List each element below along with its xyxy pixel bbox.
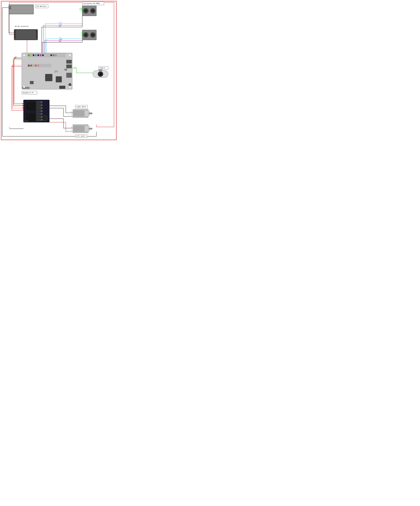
svg-rect-177	[85, 126, 89, 132]
svg-rect-186	[71, 130, 73, 130]
svg-point-109	[100, 73, 101, 75]
svg-rect-115	[26, 102, 35, 111]
svg-rect-56	[22, 53, 72, 89]
svg-text:ECHO: ECHO	[59, 22, 62, 23]
svg-point-100	[69, 86, 71, 88]
svg-text:+: +	[41, 111, 42, 112]
svg-text:left motor: left motor	[76, 135, 85, 137]
svg-text:right motor: right motor	[76, 106, 86, 108]
svg-text:ECHO: ECHO	[59, 37, 62, 39]
svg-text:13: 13	[35, 65, 37, 66]
svg-rect-164	[85, 111, 89, 116]
svg-rect-95	[56, 76, 62, 82]
svg-rect-147	[36, 113, 41, 115]
svg-point-110	[99, 73, 100, 73]
svg-text:GND: GND	[59, 25, 61, 27]
svg-text:7: 7	[31, 65, 31, 66]
svg-point-35	[85, 10, 87, 12]
svg-rect-42	[82, 12, 83, 12]
svg-rect-55	[82, 36, 83, 36]
svg-text:5V: 5V	[30, 55, 31, 56]
svg-text:+: +	[41, 102, 42, 103]
svg-rect-138	[36, 110, 41, 112]
svg-rect-173	[71, 114, 73, 115]
svg-rect-161	[22, 107, 24, 107]
svg-point-38	[92, 10, 94, 12]
svg-text:-: -	[10, 7, 10, 7]
svg-rect-162	[22, 109, 24, 109]
svg-rect-135	[36, 101, 41, 103]
svg-rect-90	[67, 65, 72, 68]
svg-rect-159	[22, 103, 24, 104]
svg-rect-40	[82, 9, 83, 10]
svg-rect-96	[30, 81, 33, 84]
svg-point-102	[68, 83, 71, 86]
svg-rect-157	[24, 120, 26, 122]
svg-text:+: +	[41, 120, 42, 120]
svg-text:+: +	[41, 117, 42, 118]
svg-rect-54	[82, 35, 83, 35]
svg-rect-125	[26, 113, 35, 121]
svg-text:GND: GND	[50, 55, 52, 56]
svg-text:18: 18	[35, 55, 37, 56]
svg-rect-178	[89, 128, 92, 130]
svg-text:GND: GND	[42, 55, 43, 56]
svg-text:Pi: Pi	[55, 70, 58, 73]
svg-rect-15	[9, 5, 33, 14]
svg-rect-52	[82, 32, 83, 33]
svg-text:IN4: IN4	[13, 59, 15, 60]
svg-rect-137	[36, 107, 41, 109]
svg-text:+: +	[41, 108, 42, 109]
svg-text:2: 2	[28, 55, 29, 56]
svg-rect-158	[27, 120, 28, 122]
svg-text:Raspberry Pi: Raspberry Pi	[23, 92, 34, 94]
svg-text:GND: GND	[37, 55, 39, 56]
svg-text:ultrasonic HC-SR06: ultrasonic HC-SR06	[83, 3, 100, 4]
svg-text:12V Battery: 12V Battery	[36, 6, 46, 7]
svg-rect-28	[36, 33, 38, 35]
svg-text:+: +	[10, 8, 10, 9]
svg-point-98	[69, 54, 71, 56]
svg-text:IN1: IN1	[12, 65, 14, 67]
svg-rect-148	[36, 116, 41, 118]
svg-rect-29	[36, 36, 38, 38]
svg-text:40: 40	[55, 55, 57, 56]
svg-rect-101	[59, 86, 65, 89]
svg-rect-27	[36, 30, 38, 33]
svg-text:DC-DC converter: DC-DC converter	[15, 26, 29, 27]
svg-point-99	[23, 86, 25, 88]
svg-point-156	[42, 116, 47, 121]
svg-rect-53	[82, 33, 83, 34]
svg-point-51	[92, 34, 94, 36]
wiring-diagram: ECHO TRIG GND ECHO VCC TRIG GND VCC IN2 …	[0, 0, 118, 141]
svg-text:15: 15	[38, 65, 39, 66]
svg-rect-39	[82, 8, 83, 9]
svg-text:+: +	[41, 114, 42, 115]
svg-text:Camera: Camera	[100, 67, 105, 69]
svg-rect-24	[14, 30, 15, 33]
svg-rect-89	[67, 60, 72, 63]
svg-rect-92	[65, 69, 67, 71]
svg-text:38: 38	[53, 55, 54, 56]
svg-rect-149	[36, 119, 41, 121]
svg-point-97	[23, 54, 25, 56]
svg-text:VCC: VCC	[74, 67, 76, 68]
svg-text:GND: GND	[33, 55, 34, 56]
svg-rect-185	[71, 127, 73, 128]
svg-rect-26	[14, 36, 15, 38]
svg-rect-111	[99, 69, 102, 71]
svg-text:+: +	[41, 105, 42, 106]
svg-point-48	[85, 34, 87, 36]
svg-rect-41	[82, 11, 83, 11]
svg-text:GND: GND	[59, 41, 61, 42]
svg-text:22: 22	[40, 55, 41, 56]
svg-text:11: 11	[33, 65, 34, 66]
svg-rect-136	[36, 104, 41, 106]
svg-text:TRIG: TRIG	[59, 39, 62, 40]
svg-rect-165	[89, 113, 92, 114]
svg-rect-25	[14, 33, 15, 35]
svg-text:1: 1	[28, 65, 29, 66]
svg-rect-94	[45, 74, 52, 81]
svg-rect-160	[22, 105, 24, 106]
svg-rect-91	[67, 73, 72, 78]
